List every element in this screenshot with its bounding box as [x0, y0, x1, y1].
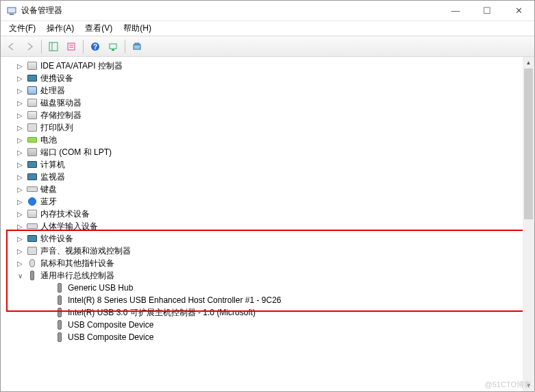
console-tree-button[interactable] [45, 39, 62, 54]
device-category-icon [27, 233, 38, 244]
device-category-icon [27, 159, 38, 170]
tree-item-label: 软件设备 [40, 233, 73, 245]
toolbar-separator [125, 40, 125, 53]
scroll-up-button[interactable]: ▲ [523, 57, 534, 69]
scrollbar-thumb[interactable] [524, 69, 533, 219]
devices-printers-button[interactable] [129, 39, 145, 54]
expand-icon[interactable]: ▷ [16, 87, 24, 95]
menu-view[interactable]: 查看(V) [79, 21, 118, 36]
tree-item[interactable]: ▷处理器 [9, 84, 534, 97]
tree-item-label: USB Composite Device [68, 320, 153, 330]
expand-icon[interactable]: ▷ [16, 260, 24, 267]
usb-device-icon [54, 307, 65, 318]
tree-item[interactable]: ▷磁盘驱动器 [9, 97, 534, 109]
help-button[interactable]: ? [87, 39, 103, 54]
tree-item-label: Intel(R) 8 Series USB Enhanced Host Cont… [68, 295, 281, 305]
tree-item[interactable]: ▷监视器 [9, 171, 534, 183]
menubar: 文件(F) 操作(A) 查看(V) 帮助(H) [1, 21, 534, 36]
expand-icon[interactable]: ▷ [16, 136, 24, 144]
expand-icon[interactable]: ▷ [16, 124, 24, 132]
titlebar: 设备管理器 — ☐ ✕ [1, 1, 534, 21]
expand-icon[interactable]: ▷ [16, 173, 24, 181]
window-title: 设备管理器 [21, 5, 440, 16]
expand-icon[interactable]: ▷ [16, 75, 24, 82]
svg-rect-4 [68, 43, 75, 50]
expand-icon[interactable]: ▷ [16, 161, 24, 169]
collapse-icon[interactable]: ∨ [16, 272, 24, 280]
tree-item-label: 蓝牙 [40, 196, 57, 208]
tree-item[interactable]: ▷计算机 [9, 158, 534, 171]
tree-item-label: 计算机 [40, 159, 65, 171]
tree-item-label: 磁盘驱动器 [40, 97, 82, 109]
device-category-icon [27, 110, 38, 121]
tree-item[interactable]: ▷便携设备 [9, 72, 534, 84]
tree-item-label: Generic USB Hub [68, 283, 133, 293]
tree-item[interactable]: ▷软件设备 [9, 232, 534, 245]
menu-help[interactable]: 帮助(H) [118, 21, 157, 36]
vertical-scrollbar[interactable]: ▲ ▼ [523, 57, 534, 391]
toolbar-separator [41, 40, 42, 53]
tree-item[interactable]: ▷蓝牙 [9, 195, 534, 208]
device-category-icon [27, 134, 38, 145]
tree-item[interactable]: ▷声音、视频和游戏控制器 [9, 245, 534, 257]
tree-item[interactable]: ▷存储控制器 [9, 109, 534, 121]
tree-item[interactable]: ▷IDE ATA/ATAPI 控制器 [9, 60, 534, 72]
watermark-text: @51CTO博客 [485, 380, 532, 390]
tree-item-label: 内存技术设备 [40, 208, 90, 220]
tree-item-label: USB Composite Device [68, 332, 153, 342]
expand-icon[interactable]: ▷ [16, 247, 24, 255]
expand-icon[interactable]: ▷ [16, 235, 24, 243]
forward-button [21, 39, 38, 54]
tree-item-label: Intel(R) USB 3.0 可扩展主机控制器 - 1.0 (Microso… [68, 307, 256, 319]
tree-child-item[interactable]: Generic USB Hub [9, 282, 534, 294]
expand-icon[interactable]: ▷ [16, 112, 24, 119]
tree-item[interactable]: ▷键盘 [9, 183, 534, 195]
tree-child-item[interactable]: Intel(R) USB 3.0 可扩展主机控制器 - 1.0 (Microso… [9, 306, 534, 319]
tree-item-label: 监视器 [40, 171, 65, 183]
tree-item-label: 通用串行总线控制器 [40, 270, 114, 282]
expand-icon[interactable]: ▷ [16, 62, 24, 70]
properties-button[interactable] [63, 39, 79, 54]
usb-device-icon [54, 332, 65, 343]
svg-rect-2 [49, 42, 58, 51]
usb-device-icon [54, 319, 65, 330]
svg-rect-0 [8, 8, 16, 13]
scan-hardware-button[interactable] [105, 39, 121, 54]
tree-item[interactable]: ▷端口 (COM 和 LPT) [9, 146, 534, 158]
device-category-icon [27, 184, 38, 195]
menu-action[interactable]: 操作(A) [41, 21, 79, 36]
device-category-icon [27, 60, 38, 71]
tree-child-item[interactable]: USB Composite Device [9, 331, 534, 343]
close-button[interactable]: ✕ [503, 1, 534, 21]
tree-item[interactable]: ▷电池 [9, 134, 534, 146]
expand-icon[interactable]: ▷ [16, 149, 24, 156]
usb-controller-icon [27, 270, 38, 281]
device-category-icon [27, 97, 38, 108]
svg-rect-1 [10, 14, 14, 15]
maximize-button[interactable]: ☐ [471, 1, 503, 21]
usb-device-icon [54, 295, 65, 306]
expand-icon[interactable]: ▷ [16, 210, 24, 218]
menu-file[interactable]: 文件(F) [3, 21, 41, 36]
tree-item[interactable]: ▷鼠标和其他指针设备 [9, 257, 534, 269]
expand-icon[interactable]: ▷ [16, 99, 24, 107]
device-category-icon [27, 73, 38, 84]
device-category-icon [27, 221, 38, 232]
device-tree[interactable]: ▷IDE ATA/ATAPI 控制器▷便携设备▷处理器▷磁盘驱动器▷存储控制器▷… [1, 57, 534, 391]
expand-icon[interactable]: ▷ [16, 198, 24, 206]
device-category-icon [27, 147, 38, 158]
tree-item-expanded[interactable]: ∨通用串行总线控制器 [9, 269, 534, 282]
minimize-button[interactable]: — [440, 1, 471, 21]
toolbar-separator [83, 40, 84, 53]
expand-icon[interactable]: ▷ [16, 223, 24, 230]
tree-item[interactable]: ▷人体学输入设备 [9, 220, 534, 232]
back-button [3, 39, 20, 54]
tree-child-item[interactable]: Intel(R) 8 Series USB Enhanced Host Cont… [9, 294, 534, 306]
expand-icon[interactable]: ▷ [16, 186, 24, 193]
svg-rect-10 [112, 49, 114, 51]
tree-child-item[interactable]: USB Composite Device [9, 319, 534, 331]
tree-item-label: IDE ATA/ATAPI 控制器 [40, 60, 123, 72]
tree-item[interactable]: ▷内存技术设备 [9, 208, 534, 220]
device-category-icon [27, 85, 38, 96]
tree-item[interactable]: ▷打印队列 [9, 121, 534, 134]
